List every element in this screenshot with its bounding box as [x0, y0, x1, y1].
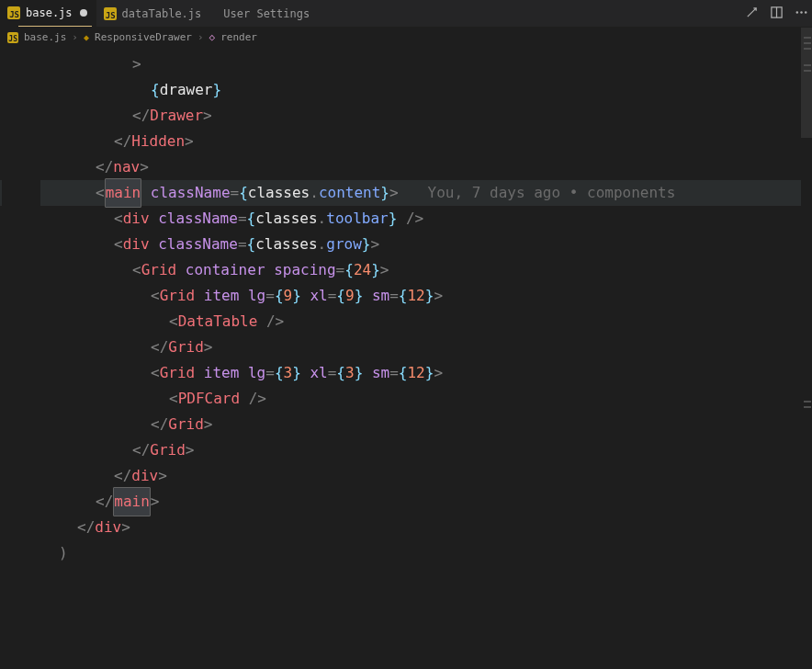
- code-line[interactable]: <Grid container spacing={24}>: [40, 257, 812, 283]
- selection-match: main: [113, 487, 151, 516]
- code-line[interactable]: >: [40, 51, 812, 77]
- dirty-indicator-icon: [80, 9, 87, 17]
- editor-title-actions: [745, 0, 808, 28]
- tab-label: dataTable.js: [122, 7, 202, 20]
- code-line[interactable]: </Drawer>: [40, 103, 812, 129]
- code-line[interactable]: </div>: [40, 515, 812, 540]
- code-line[interactable]: </Grid>: [40, 334, 812, 360]
- code-line[interactable]: </div>: [40, 463, 812, 489]
- code-line[interactable]: </Grid>: [40, 412, 812, 437]
- minimap-mark: [804, 37, 811, 39]
- minimap-mark: [804, 70, 811, 72]
- code-line[interactable]: </Grid>: [40, 437, 812, 463]
- svg-point-3: [800, 11, 802, 13]
- minimap-mark: [804, 64, 811, 66]
- selection-match: main: [105, 178, 142, 208]
- active-tab-underline: [18, 26, 92, 27]
- minimap-mark: [804, 401, 811, 403]
- js-icon: JS: [104, 7, 117, 20]
- git-blame-annotation: You, 7 days ago • components: [399, 179, 676, 207]
- code-editor[interactable]: > {drawer} </Drawer> </Hidden> </nav> <m…: [0, 46, 812, 566]
- code-line[interactable]: <Grid item lg={3} xl={3} sm={12}>: [40, 360, 812, 386]
- tab-label: base.js: [26, 6, 73, 19]
- editor-tabs: JS base.js JS dataTable.js User Settings: [0, 0, 812, 28]
- more-actions-icon[interactable]: [795, 6, 808, 22]
- tab-user-settings[interactable]: User Settings: [210, 0, 319, 28]
- tab-label: User Settings: [223, 7, 310, 20]
- code-line[interactable]: <div className={classes.toolbar} />: [40, 206, 812, 232]
- code-line[interactable]: </nav>: [40, 154, 812, 180]
- tab-base-js[interactable]: JS base.js: [0, 0, 96, 28]
- code-line[interactable]: {drawer}: [40, 77, 812, 103]
- split-editor-icon[interactable]: [770, 6, 784, 22]
- tab-datatable-js[interactable]: JS dataTable.js: [96, 0, 211, 28]
- code-line[interactable]: <Grid item lg={9} xl={9} sm={12}>: [40, 283, 812, 309]
- minimap-mark: [804, 406, 811, 408]
- symbol-class-icon: ◆: [84, 32, 89, 42]
- breadcrumb-symbol: render: [220, 31, 257, 43]
- minimap[interactable]: [801, 28, 812, 669]
- svg-point-2: [796, 11, 798, 13]
- minimap-mark: [804, 42, 811, 44]
- minimap-mark: [804, 48, 811, 50]
- breadcrumb-symbol: ResponsiveDrawer: [95, 31, 192, 43]
- symbol-method-icon: ◇: [209, 31, 216, 43]
- breadcrumb-file: base.js: [24, 31, 66, 43]
- code-line[interactable]: <div className={classes.grow}>: [40, 232, 812, 257]
- code-line[interactable]: </main>: [40, 489, 812, 515]
- js-icon: JS: [7, 6, 20, 19]
- svg-point-4: [805, 11, 806, 13]
- chevron-right-icon: ›: [197, 31, 204, 43]
- code-line[interactable]: ): [40, 540, 812, 566]
- minimap-viewport[interactable]: [801, 28, 812, 138]
- chevron-right-icon: ›: [72, 31, 78, 43]
- code-line[interactable]: <DataTable />: [40, 309, 812, 334]
- compare-changes-icon[interactable]: [745, 6, 759, 22]
- code-line-cursor[interactable]: <main className={classes.content}>You, 7…: [40, 180, 812, 206]
- code-line[interactable]: <PDFCard />: [40, 386, 812, 412]
- code-line[interactable]: </Hidden>: [40, 129, 812, 154]
- breadcrumb[interactable]: JS base.js › ◆ ResponsiveDrawer › ◇ rend…: [0, 28, 812, 46]
- js-icon: JS: [7, 32, 18, 43]
